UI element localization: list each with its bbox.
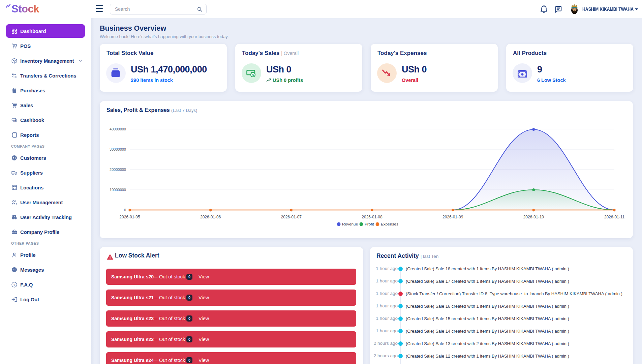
svg-text:2026-01-09: 2026-01-09 — [442, 215, 463, 219]
svg-text:2026-01-08: 2026-01-08 — [362, 215, 383, 219]
svg-text:2026-01-05: 2026-01-05 — [119, 215, 140, 219]
svg-text:?: ? — [13, 282, 16, 286]
svg-text:10000000: 10000000 — [110, 188, 126, 192]
svg-text:2026-01-10: 2026-01-10 — [523, 215, 544, 219]
svg-text:0: 0 — [124, 208, 126, 212]
svg-text:Expenses: Expenses — [381, 222, 398, 226]
svg-text:20000000: 20000000 — [110, 168, 126, 172]
svg-text:2026-01-07: 2026-01-07 — [281, 215, 302, 219]
svg-text:2026-01-11: 2026-01-11 — [604, 215, 625, 219]
svg-text:40000000: 40000000 — [110, 127, 126, 131]
svg-text:2026-01-06: 2026-01-06 — [200, 215, 221, 219]
svg-text:Revenue: Revenue — [342, 222, 358, 226]
svg-text:$: $ — [252, 73, 254, 77]
svg-text:Profit: Profit — [365, 222, 374, 226]
svg-text:30000000: 30000000 — [110, 147, 126, 151]
